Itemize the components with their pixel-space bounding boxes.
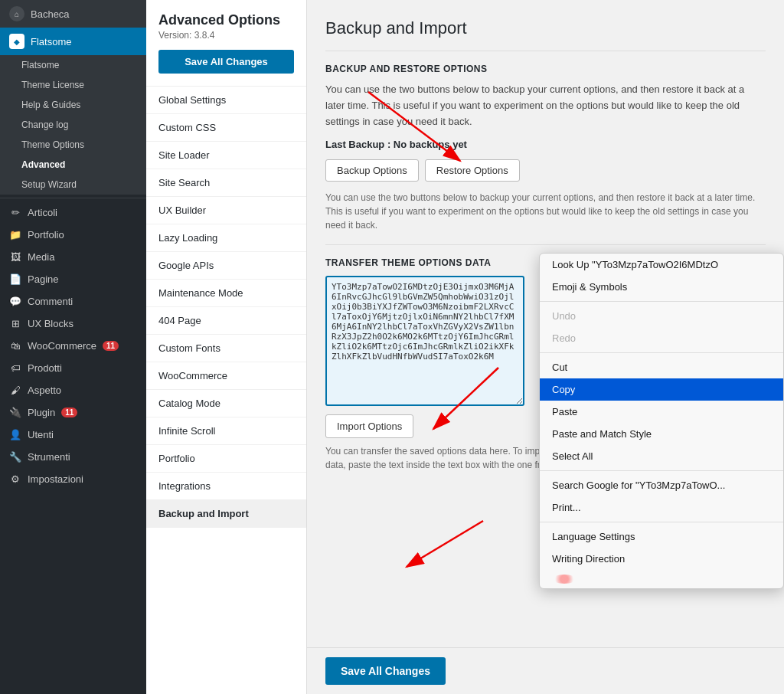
middle-nav-catalog-mode[interactable]: Catalog Mode [146,390,306,417]
middle-nav-global-settings[interactable]: Global Settings [146,87,306,114]
context-divider-3 [540,470,783,471]
middle-nav-site-loader[interactable]: Site Loader [146,142,306,169]
sidebar-item-impostazioni[interactable]: ⚙ Impostazioni [0,468,146,490]
section-divider-2 [325,244,766,245]
middle-nav-infinite-scroll[interactable]: Infinite Scroll [146,417,306,445]
context-menu-copy[interactable]: Copy [540,378,783,401]
sidebar-item-prodotti[interactable]: 🏷 Prodotti [0,357,146,379]
context-menu-cut[interactable]: Cut [540,356,783,378]
context-menu-paste-match[interactable]: Paste and Match Style [540,423,783,445]
middle-nav-site-search[interactable]: Site Search [146,169,306,197]
sidebar-sub-setup-wizard[interactable]: Setup Wizard [0,175,146,195]
sidebar-item-ux-blocks[interactable]: ⊞ UX Blocks [0,313,146,335]
middle-panel-version: Version: 3.8.4 [158,30,294,41]
person-icon: 👤 [9,429,21,440]
sidebar-sub-help-guides[interactable]: Help & Guides [0,95,146,115]
context-menu-writing-direction[interactable]: Writing Direction [540,548,783,570]
gear-icon: ⚙ [9,473,21,485]
sidebar-item-utenti[interactable]: 👤 Utenti [0,424,146,446]
sidebar-sub-advanced[interactable]: Advanced [0,155,146,175]
context-menu-footer [540,570,783,588]
middle-nav-custom-fonts[interactable]: Custom Fonts [146,335,306,362]
section-divider-1 [325,51,766,51]
sidebar: ⌂ Bacheca ◆ Flatsome Flatsome Theme Lice… [0,0,146,694]
middle-nav-ux-builder[interactable]: UX Builder [146,197,306,224]
backup-options-button[interactable]: Backup Options [325,159,419,182]
prodotti-label: Prodotti [28,362,62,374]
import-options-button[interactable]: Import Options [325,414,413,438]
diamond-icon: ◆ [9,34,24,49]
context-menu-select-all[interactable]: Select All [540,445,783,467]
context-menu-paste[interactable]: Paste [540,401,783,423]
tag-icon: 🏷 [9,362,21,374]
context-menu-lookup[interactable]: Look Up "YTo3Mzp7aTowO2I6MDtzO [540,254,783,276]
middle-nav-backup-import[interactable]: Backup and Import [146,500,306,528]
context-menu: Look Up "YTo3Mzp7aTowO2I6MDtzO Emoji & S… [539,253,784,589]
context-menu-language[interactable]: Language Settings [540,525,783,548]
middle-save-all-button[interactable]: Save All Changes [158,50,294,74]
sidebar-sub-theme-options[interactable]: Theme Options [0,135,146,155]
sidebar-item-pagine[interactable]: 📄 Pagine [0,268,146,290]
context-menu-emoji[interactable]: Emoji & Symbols [540,276,783,298]
utenti-label: Utenti [28,429,54,440]
restore-note: You can use the two buttons below to bac… [325,191,766,232]
sidebar-sub-flatsome[interactable]: Flatsome [0,55,146,75]
middle-nav-portfolio[interactable]: Portfolio [146,445,306,473]
context-menu-undo: Undo [540,305,783,327]
last-backup-label: Last Backup : No backups yet [325,139,766,150]
restore-options-button[interactable]: Restore Options [425,159,520,182]
sidebar-item-bacheca[interactable]: ⌂ Bacheca [0,0,146,28]
ux-blocks-label: UX Blocks [28,318,74,329]
pagine-label: Pagine [28,273,58,285]
pencil-icon: ✏ [9,207,21,218]
middle-nav-404-page[interactable]: 404 Page [146,307,306,335]
middle-nav-woocommerce[interactable]: WooCommerce [146,362,306,390]
sidebar-sub-change-log[interactable]: Change log [0,115,146,135]
sidebar-divider-1 [0,198,146,198]
sidebar-item-plugin[interactable]: 🔌 Plugin 11 [0,401,146,424]
sidebar-item-woocommerce[interactable]: 🛍 WooCommerce 11 [0,335,146,357]
impostazioni-label: Impostazioni [28,473,83,485]
page-icon: 📄 [9,273,21,285]
context-divider-4 [540,522,783,522]
grid-icon: ⊞ [9,318,21,329]
middle-nav-integrations[interactable]: Integrations [146,473,306,500]
transfer-textarea[interactable]: YTo3Mzp7aTowO2I6MDtzOjE3OijmxO3M6MjA6InR… [325,276,524,406]
sidebar-item-articoli[interactable]: ✏ Articoli [0,201,146,224]
commenti-label: Commenti [28,296,73,307]
sidebar-item-aspetto[interactable]: 🖌 Aspetto [0,379,146,401]
save-all-changes-button[interactable]: Save All Changes [325,657,446,685]
bag-icon: 🛍 [9,340,21,352]
content-title: Backup and Import [325,18,766,38]
aspetto-label: Aspetto [28,385,61,396]
sidebar-item-strumenti[interactable]: 🔧 Strumenti [0,446,146,468]
middle-nav-google-apis[interactable]: Google APIs [146,252,306,280]
middle-panel-title: Advanced Options [158,12,294,28]
content-panel: Backup and Import BACKUP AND RESTORE OPT… [307,0,784,694]
middle-nav-lazy-loading[interactable]: Lazy Loading [146,224,306,252]
brush-icon: 🖌 [9,385,21,396]
sidebar-item-media[interactable]: 🖼 Media [0,246,146,268]
plugin-badge: 11 [61,408,77,417]
plug-icon: 🔌 [9,407,21,418]
decorative-dot [552,575,577,584]
sidebar-item-commenti[interactable]: 💬 Commenti [0,290,146,313]
bubble-icon: 💬 [9,296,21,307]
context-menu-print[interactable]: Print... [540,496,783,519]
sidebar-item-flatsome[interactable]: ◆ Flatsome [0,28,146,55]
middle-nav-custom-css[interactable]: Custom CSS [146,114,306,142]
media-label: Media [28,251,54,263]
sidebar-bacheca-label: Bacheca [31,8,70,20]
middle-header: Advanced Options Version: 3.8.4 Save All… [146,0,306,87]
context-divider-2 [540,352,783,353]
context-menu-search-google[interactable]: Search Google for "YTo3Mzp7aTowO... [540,474,783,496]
middle-nav-maintenance-mode[interactable]: Maintenance Mode [146,280,306,307]
middle-panel: Advanced Options Version: 3.8.4 Save All… [146,0,307,694]
articoli-label: Articoli [28,207,57,218]
sidebar-flatsome-label: Flatsome [31,36,71,47]
wrench-icon: 🔧 [9,451,21,463]
sidebar-item-portfolio[interactable]: 📁 Portfolio [0,224,146,246]
right-area: Advanced Options Version: 3.8.4 Save All… [146,0,784,694]
sidebar-sub-theme-license[interactable]: Theme License [0,75,146,95]
plugin-label: Plugin [28,407,55,418]
